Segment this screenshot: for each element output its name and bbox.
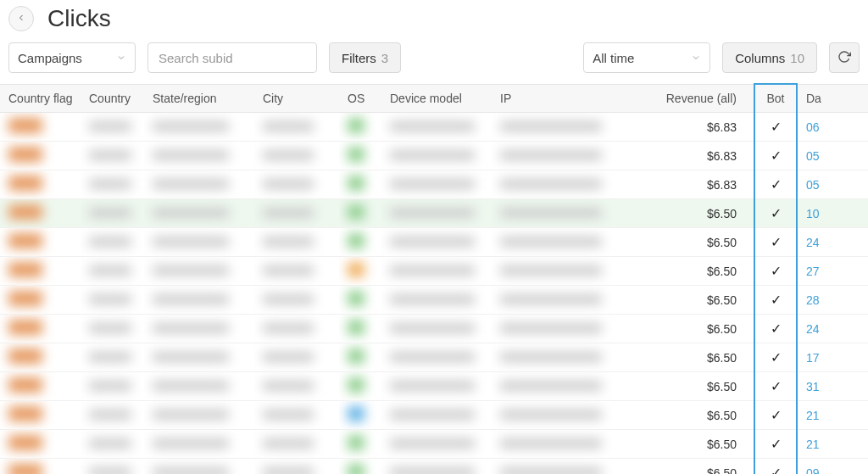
blurred-text [153, 438, 229, 449]
campaigns-label: Campaigns [18, 51, 82, 65]
refresh-icon [837, 50, 851, 66]
blurred-text [263, 150, 314, 160]
campaigns-dropdown[interactable]: Campaigns [8, 42, 136, 73]
col-country-flag[interactable]: Country flag [0, 84, 81, 113]
blurred-text [153, 410, 229, 420]
blurred-text [263, 121, 314, 131]
bot-cell: ✓ [754, 113, 797, 142]
blurred-text [153, 179, 229, 189]
country-flag [8, 176, 42, 191]
blurred-text [153, 208, 229, 218]
date-cell: 06 [797, 113, 868, 142]
blurred-text [390, 438, 475, 449]
os-icon [348, 377, 364, 393]
date-cell: 24 [797, 315, 868, 343]
blurred-text [153, 294, 229, 304]
table-row[interactable]: $6.50✓24 [0, 228, 868, 257]
blurred-text [390, 208, 475, 218]
col-date[interactable]: Da [797, 84, 868, 113]
table-row[interactable]: $6.83✓05 [0, 170, 868, 199]
table-row[interactable]: $6.50✓21 [0, 430, 868, 459]
blurred-text [263, 323, 314, 333]
col-revenue[interactable]: Revenue (all) [644, 84, 754, 113]
back-button[interactable] [8, 6, 34, 31]
col-ip[interactable]: IP [492, 84, 644, 113]
date-cell: 31 [797, 372, 868, 401]
blurred-text [390, 179, 475, 189]
country-flag [8, 377, 42, 393]
col-country[interactable]: Country [81, 84, 144, 113]
blurred-text [390, 150, 475, 160]
filters-count: 3 [381, 51, 388, 65]
country-flag [8, 291, 42, 306]
columns-count: 10 [790, 51, 804, 65]
table-row[interactable]: $6.50✓10 [0, 199, 868, 228]
bot-cell: ✓ [754, 257, 797, 286]
bot-cell: ✓ [754, 142, 797, 170]
bot-cell: ✓ [754, 459, 797, 475]
col-device-model[interactable]: Device model [381, 84, 492, 113]
blurred-text [153, 150, 229, 160]
table-row[interactable]: $6.83✓05 [0, 142, 868, 170]
revenue-cell: $6.50 [644, 199, 754, 228]
blurred-text [263, 467, 314, 475]
revenue-cell: $6.50 [644, 372, 754, 401]
col-os[interactable]: OS [339, 84, 381, 113]
blurred-text [263, 208, 314, 218]
blurred-text [263, 410, 314, 420]
date-cell: 17 [797, 343, 868, 372]
chevron-down-icon [691, 51, 701, 65]
chevron-left-icon [16, 11, 26, 26]
blurred-text [89, 237, 131, 247]
revenue-cell: $6.83 [644, 113, 754, 142]
columns-label: Columns [735, 51, 785, 65]
bot-cell: ✓ [754, 170, 797, 199]
blurred-text [500, 352, 602, 362]
blurred-text [153, 121, 229, 131]
blurred-text [500, 208, 602, 218]
refresh-button[interactable] [829, 42, 860, 73]
filters-button[interactable]: Filters 3 [329, 42, 401, 73]
col-bot[interactable]: Bot [754, 84, 797, 113]
revenue-cell: $6.50 [644, 430, 754, 459]
country-flag [8, 204, 42, 220]
blurred-text [263, 438, 314, 449]
date-cell: 05 [797, 170, 868, 199]
blurred-text [500, 150, 602, 160]
revenue-cell: $6.83 [644, 170, 754, 199]
blurred-text [263, 352, 314, 362]
columns-button[interactable]: Columns 10 [722, 42, 817, 73]
revenue-cell: $6.50 [644, 343, 754, 372]
blurred-text [89, 323, 131, 333]
timerange-label: All time [593, 51, 634, 65]
blurred-text [500, 237, 602, 247]
table-row[interactable]: $6.50✓24 [0, 315, 868, 343]
blurred-text [263, 294, 314, 304]
blurred-text [153, 352, 229, 362]
blurred-text [89, 121, 131, 131]
revenue-cell: $6.50 [644, 286, 754, 315]
blurred-text [89, 410, 131, 420]
search-subid-input[interactable] [147, 42, 317, 73]
timerange-dropdown[interactable]: All time [583, 42, 710, 73]
blurred-text [89, 265, 131, 276]
table-row[interactable]: $6.50✓27 [0, 257, 868, 286]
col-state-region[interactable]: State/region [144, 84, 254, 113]
revenue-cell: $6.50 [644, 459, 754, 475]
clicks-table: Country flag Country State/region City O… [0, 83, 868, 474]
blurred-text [89, 438, 131, 449]
table-row[interactable]: $6.50✓09 [0, 459, 868, 475]
os-icon [348, 464, 364, 474]
col-city[interactable]: City [254, 84, 339, 113]
blurred-text [500, 410, 602, 420]
table-row[interactable]: $6.50✓17 [0, 343, 868, 372]
bot-cell: ✓ [754, 286, 797, 315]
table-row[interactable]: $6.50✓28 [0, 286, 868, 315]
blurred-text [390, 323, 475, 333]
table-row[interactable]: $6.50✓31 [0, 372, 868, 401]
blurred-text [390, 121, 475, 131]
bot-cell: ✓ [754, 343, 797, 372]
table-row[interactable]: $6.83✓06 [0, 113, 868, 142]
table-row[interactable]: $6.50✓21 [0, 401, 868, 430]
os-icon [348, 320, 364, 335]
